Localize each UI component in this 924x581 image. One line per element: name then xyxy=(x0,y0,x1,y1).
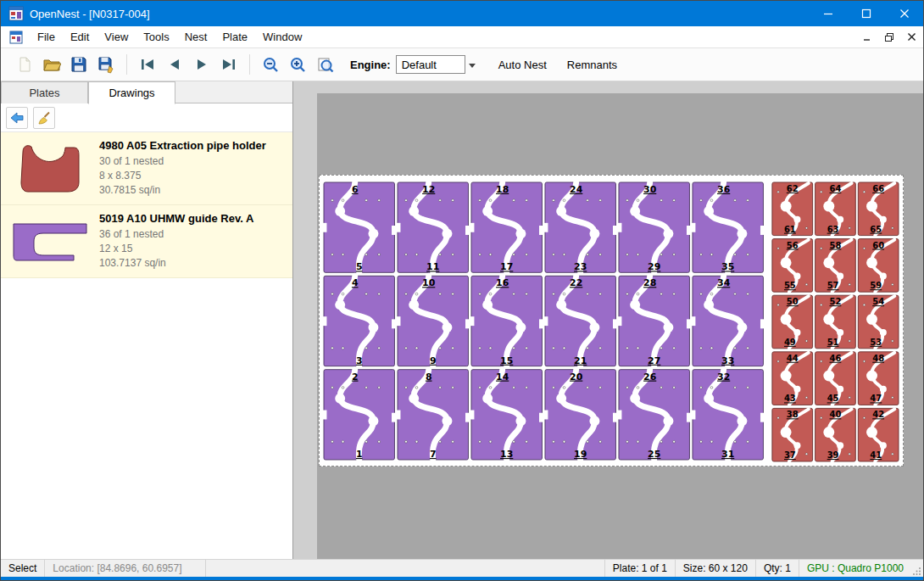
nested-part-pair-red[interactable]: 6261 xyxy=(772,182,813,236)
zoom-fit-button[interactable] xyxy=(312,52,337,77)
nested-part-pair-purple[interactable]: 2221 xyxy=(543,276,616,366)
nested-part-pair-purple[interactable]: 2423 xyxy=(543,182,616,272)
drawing-item[interactable]: 5019 A10 UHMW guide Rev. A 36 of 1 neste… xyxy=(1,205,292,278)
nested-part-pair-purple[interactable]: 21 xyxy=(322,370,395,460)
part-number: 27 xyxy=(648,355,660,366)
nested-part-pair-red[interactable]: 6463 xyxy=(815,182,856,236)
nested-part-pair-purple[interactable]: 87 xyxy=(396,370,469,460)
save-as-icon xyxy=(97,56,115,74)
maximize-button[interactable] xyxy=(847,1,885,26)
drawing-thumbnail-red xyxy=(8,142,92,196)
nested-part-pair-red[interactable]: 5857 xyxy=(815,239,856,293)
mdi-document-icon xyxy=(9,31,23,44)
part-number: 2 xyxy=(352,372,359,383)
menu-edit[interactable]: Edit xyxy=(63,27,97,47)
part-number: 40 xyxy=(830,410,842,419)
previous-plate-button[interactable] xyxy=(162,52,187,77)
dropdown-arrow-icon[interactable] xyxy=(466,59,478,71)
nested-part-pair-red[interactable]: 6059 xyxy=(858,239,899,293)
part-number: 30 xyxy=(643,184,657,195)
auto-nest-button[interactable]: Auto Nest xyxy=(491,53,554,76)
nested-part-pair-purple[interactable]: 43 xyxy=(322,276,395,366)
part-number: 63 xyxy=(827,225,839,234)
nested-part-pair-purple[interactable]: 2827 xyxy=(617,276,690,366)
nested-part-pair-purple[interactable]: 2019 xyxy=(543,370,616,460)
nested-part-pair-red[interactable]: 5453 xyxy=(858,295,899,349)
nested-part-pair-purple[interactable]: 1211 xyxy=(396,182,469,272)
app-icon xyxy=(8,6,24,21)
status-plate-size: Size: 60 x 120 xyxy=(675,560,755,577)
part-number: 50 xyxy=(787,297,799,306)
nested-part-pair-purple[interactable]: 3029 xyxy=(617,182,690,272)
clear-button[interactable] xyxy=(33,107,55,129)
part-number: 3 xyxy=(356,355,363,366)
menu-window[interactable]: Window xyxy=(255,27,309,47)
menu-view[interactable]: View xyxy=(97,27,136,47)
part-number: 60 xyxy=(872,241,884,250)
nested-part-pair-red[interactable]: 5251 xyxy=(815,295,856,349)
nested-part-pair-purple[interactable]: 2625 xyxy=(617,370,690,460)
resize-grip-icon xyxy=(913,567,921,575)
mdi-minimize-button[interactable] xyxy=(857,29,877,46)
send-back-button[interactable] xyxy=(6,107,28,129)
drawing-nested-count: 30 of 1 nested xyxy=(99,154,266,169)
nested-part-pair-purple[interactable]: 1817 xyxy=(470,182,543,272)
nested-part-pair-purple[interactable]: 65 xyxy=(322,182,395,272)
part-number: 25 xyxy=(648,449,660,460)
nested-part-pair-purple[interactable]: 3635 xyxy=(691,182,764,272)
canvas-top-strip xyxy=(293,81,923,93)
mdi-restore-button[interactable] xyxy=(879,29,899,46)
titlebar[interactable]: OpenNest - [N0317-004] xyxy=(1,1,923,26)
engine-select[interactable]: Default xyxy=(396,55,465,74)
nested-part-pair-red[interactable]: 6665 xyxy=(858,182,899,236)
save-button[interactable] xyxy=(66,52,92,77)
zoom-out-icon xyxy=(262,56,280,74)
nested-part-pair-purple[interactable]: 109 xyxy=(396,276,469,366)
mdi-close-button[interactable] xyxy=(901,29,921,46)
tab-plates[interactable]: Plates xyxy=(1,81,88,103)
resize-grip[interactable] xyxy=(911,560,923,577)
nested-part-pair-purple[interactable]: 1615 xyxy=(470,276,543,366)
menu-plate[interactable]: Plate xyxy=(214,27,255,47)
part-number: 24 xyxy=(570,184,583,195)
engine-label: Engine: xyxy=(350,59,391,71)
drawings-list: 4980 A05 Extraction pipe holder 30 of 1 … xyxy=(1,132,292,559)
left-panel: Plates Drawings xyxy=(1,81,293,559)
plate[interactable]: 6512111817242330293635431091615222128273… xyxy=(319,175,904,466)
menu-nest[interactable]: Nest xyxy=(177,27,215,47)
open-file-button[interactable] xyxy=(39,52,64,77)
last-icon xyxy=(220,56,237,73)
nested-part-pair-red[interactable]: 5049 xyxy=(772,295,813,349)
app-window: OpenNest - [N0317-004] File Edit View To… xyxy=(0,0,924,581)
first-plate-button[interactable] xyxy=(135,52,160,77)
minimize-button[interactable] xyxy=(809,1,847,26)
remnants-button[interactable]: Remnants xyxy=(559,53,625,76)
last-plate-button[interactable] xyxy=(216,52,242,77)
part-number: 39 xyxy=(827,450,839,460)
drawing-item[interactable]: 4980 A05 Extraction pipe holder 30 of 1 … xyxy=(1,132,292,205)
nested-part-pair-red[interactable]: 4443 xyxy=(772,352,813,405)
nested-part-pair-red[interactable]: 4039 xyxy=(815,408,856,461)
zoom-in-button[interactable] xyxy=(285,52,310,77)
nested-part-pair-red[interactable]: 4847 xyxy=(858,352,899,405)
nested-part-pair-purple[interactable]: 3231 xyxy=(691,370,764,460)
part-number: 17 xyxy=(500,261,513,272)
nested-part-pair-purple[interactable]: 3433 xyxy=(691,276,764,366)
part-number: 37 xyxy=(784,450,796,460)
new-file-button[interactable] xyxy=(12,52,37,77)
next-plate-button[interactable] xyxy=(189,52,214,77)
nested-part-pair-red[interactable]: 3837 xyxy=(772,408,813,461)
nesting-canvas[interactable]: 6512111817242330293635431091615222128273… xyxy=(293,81,923,559)
status-location: Location: [84.8696, 60.6957] xyxy=(45,560,206,577)
panel-tabs: Plates Drawings xyxy=(1,81,292,103)
nested-part-pair-red[interactable]: 5655 xyxy=(772,239,813,293)
tab-drawings[interactable]: Drawings xyxy=(88,81,175,104)
close-button[interactable] xyxy=(885,1,923,26)
nested-part-pair-purple[interactable]: 1413 xyxy=(470,370,543,460)
nested-part-pair-red[interactable]: 4645 xyxy=(815,352,856,405)
menu-tools[interactable]: Tools xyxy=(136,27,176,47)
zoom-out-button[interactable] xyxy=(258,52,283,77)
nested-part-pair-red[interactable]: 4241 xyxy=(858,408,899,461)
save-as-button[interactable] xyxy=(93,52,119,77)
menu-file[interactable]: File xyxy=(30,27,63,47)
